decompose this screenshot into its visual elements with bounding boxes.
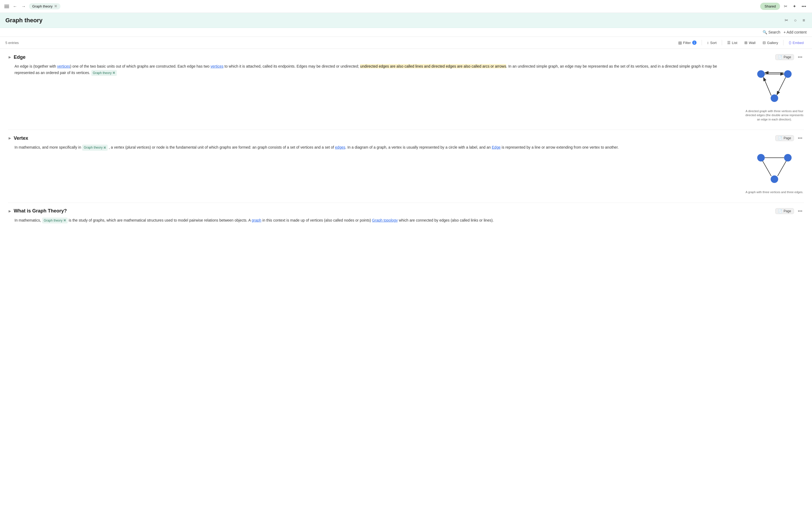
toolbar-actions: ▤ Filter 1 ↕ Sort ☰ List ⊞ Wall ⊟ Galler…	[675, 39, 807, 46]
divider-2	[8, 203, 804, 203]
topbar-left: ← → Graph theory ⌘	[4, 3, 758, 10]
tab-cmd-icon: ⌘	[54, 5, 57, 8]
svg-line-5	[764, 78, 771, 96]
add-content-button[interactable]: + Add content	[783, 30, 807, 34]
svg-point-8	[784, 154, 792, 162]
shared-button[interactable]: Shared	[760, 3, 780, 10]
entry-text-vertex: In mathematics, and more specifically in…	[14, 144, 737, 194]
filter-icon: ▤	[678, 41, 682, 45]
highlight-edge-text: undirected edges are also called lines a…	[360, 64, 506, 68]
wall-icon: ⊞	[744, 41, 748, 45]
page-header: Graph theory ✂ ○ ≡	[0, 13, 812, 28]
gallery-label: Gallery	[767, 41, 778, 45]
toolbar-divider-1	[702, 40, 702, 45]
topbar: ← → Graph theory ⌘ Shared ✂ ✦ •••	[0, 0, 812, 13]
entry-body-vertex: In mathematics, and more specifically in…	[8, 144, 804, 194]
sort-label: Sort	[710, 41, 717, 45]
embed-button[interactable]: ⟨⟩ Embed	[786, 39, 807, 46]
graph-caption-vertex: A graph with three vertices and three ed…	[745, 190, 804, 194]
entry-card-vertex: ▶ Vertex 📄 Page ••• In mathematics, and …	[8, 135, 804, 194]
list-icon: ☰	[727, 41, 731, 45]
header-actions: 🔍 Search + Add content	[0, 28, 812, 37]
graph-svg-edge	[753, 63, 796, 106]
link-vertices-2[interactable]: vertices	[210, 64, 223, 68]
pin-icon-button[interactable]: ✦	[791, 2, 798, 10]
divider-1	[8, 129, 804, 130]
menu-icon[interactable]	[4, 4, 10, 9]
filter-label: Filter	[683, 41, 691, 45]
wall-button[interactable]: ⊞ Wall	[742, 39, 759, 46]
entry-body-wigt: In mathematics, Graph theory ⌘ is the st…	[8, 217, 804, 224]
search-icon: 🔍	[763, 30, 767, 34]
svg-point-9	[771, 175, 778, 183]
link-edge-vertex[interactable]: Edge	[492, 145, 501, 150]
page-tag-vertex[interactable]: 📄 Page	[775, 135, 794, 141]
main-content: ▶ Edge 📄 Page ••• An edge is (together w…	[0, 49, 812, 237]
more-icon-button[interactable]: •••	[800, 2, 808, 10]
svg-line-11	[778, 161, 786, 176]
tag-graph-theory-vertex[interactable]: Graph theory ⌘	[82, 145, 108, 151]
toolbar-divider-2	[722, 40, 722, 45]
gallery-icon: ⊟	[763, 41, 766, 45]
entry-card-what-is-graph-theory: ▶ What is Graph Theory? 📄 Page ••• In ma…	[8, 208, 804, 224]
embed-label: Embed	[793, 41, 804, 45]
gallery-button[interactable]: ⊟ Gallery	[760, 39, 781, 46]
page-icon-edge: 📄	[778, 55, 782, 59]
more-vertex-button[interactable]: •••	[796, 135, 804, 141]
link-edges-vertex[interactable]: edges	[335, 145, 345, 150]
svg-point-1	[784, 70, 792, 78]
tag-graph-theory-wigt[interactable]: Graph theory ⌘	[42, 218, 68, 223]
page-label-edge: Page	[783, 55, 791, 59]
entry-text-wigt: In mathematics, Graph theory ⌘ is the st…	[14, 217, 804, 224]
expand-wigt-button[interactable]: ▶	[8, 209, 11, 214]
entry-title-vertex: Vertex	[14, 135, 773, 141]
entry-header-wigt: ▶ What is Graph Theory? 📄 Page •••	[8, 208, 804, 214]
back-button[interactable]: ←	[12, 3, 18, 10]
page-list-button[interactable]: ≡	[801, 16, 807, 24]
link-vertices-1[interactable]: vertices	[57, 64, 70, 68]
page-title: Graph theory	[5, 17, 42, 24]
expand-edge-button[interactable]: ▶	[8, 55, 11, 60]
settings-icon-button[interactable]: ✂	[782, 2, 789, 10]
graph-caption-edge: A directed graph with three vertices and…	[745, 109, 804, 121]
more-wigt-button[interactable]: •••	[796, 208, 804, 214]
tab-title-text: Graph theory	[32, 4, 53, 8]
add-content-label: + Add content	[783, 30, 807, 34]
sort-button[interactable]: ↕ Sort	[704, 39, 720, 46]
page-icon-vertex: 📄	[778, 136, 782, 140]
entry-image-vertex: A graph with three vertices and three ed…	[745, 144, 804, 194]
tag-cmd-vertex: ⌘	[103, 146, 106, 150]
list-label: List	[732, 41, 738, 45]
page-tag-wigt[interactable]: 📄 Page	[775, 208, 794, 214]
search-link[interactable]: 🔍 Search	[763, 30, 780, 34]
svg-point-2	[771, 95, 778, 102]
filter-button[interactable]: ▤ Filter 1	[675, 39, 700, 46]
expand-vertex-button[interactable]: ▶	[8, 136, 11, 140]
embed-icon: ⟨⟩	[789, 41, 791, 45]
page-label-wigt: Page	[783, 209, 791, 213]
page-cmd-button[interactable]: ✂	[783, 16, 790, 24]
tag-cmd-edge: ⌘	[112, 70, 115, 75]
svg-line-12	[763, 161, 771, 176]
link-graph-topology-wigt[interactable]: Graph topology	[372, 218, 398, 222]
tab-title[interactable]: Graph theory ⌘	[29, 3, 60, 9]
svg-point-7	[757, 154, 765, 162]
page-tag-edge[interactable]: 📄 Page	[775, 54, 794, 60]
tag-cmd-wigt: ⌘	[63, 218, 66, 223]
page-icon-wigt: 📄	[778, 209, 782, 213]
page-header-right: ✂ ○ ≡	[783, 16, 807, 24]
entry-card-edge: ▶ Edge 📄 Page ••• An edge is (together w…	[8, 54, 804, 121]
sort-icon: ↕	[707, 41, 709, 45]
toolbar-divider-3	[783, 40, 783, 45]
search-label: Search	[768, 30, 780, 34]
entry-body-edge: An edge is (together with vertices) one …	[8, 63, 804, 121]
link-graph-wigt[interactable]: graph	[252, 218, 261, 222]
page-circle-button[interactable]: ○	[793, 16, 798, 24]
filter-badge: 1	[692, 41, 697, 45]
forward-button[interactable]: →	[20, 3, 27, 10]
tag-graph-theory-edge[interactable]: Graph theory ⌘	[91, 70, 117, 76]
more-edge-button[interactable]: •••	[796, 54, 804, 60]
list-button[interactable]: ☰ List	[724, 39, 740, 46]
entry-header-vertex: ▶ Vertex 📄 Page •••	[8, 135, 804, 141]
svg-point-0	[757, 70, 765, 78]
